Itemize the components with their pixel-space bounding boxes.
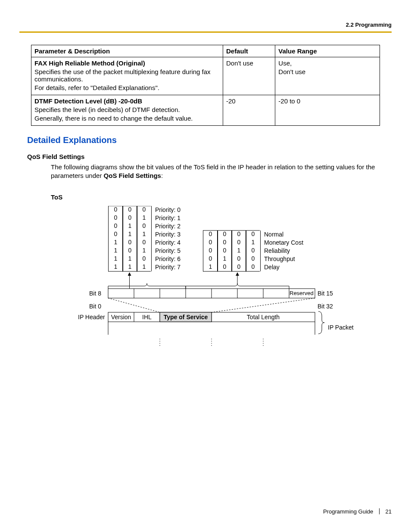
- ip-header-label: IP Header: [78, 314, 105, 320]
- bit-cell: 1: [137, 214, 152, 222]
- cell-range: -20 to 0: [275, 95, 380, 126]
- bit-cell: 0: [246, 230, 261, 239]
- cell-default: -20: [223, 95, 275, 126]
- bit-cell: 1: [122, 263, 137, 271]
- header-breadcrumb: 2.2 Programming: [19, 22, 392, 28]
- th-range: Value Range: [275, 45, 380, 57]
- priority-label: Priority: 5: [155, 247, 181, 254]
- bit-cell: 0: [203, 247, 218, 255]
- bit-cell: 0: [217, 239, 232, 247]
- bit-cell: 0: [203, 239, 218, 247]
- svg-point-25: [159, 343, 160, 344]
- svg-point-30: [211, 345, 212, 346]
- bit-cell: 1: [231, 247, 246, 255]
- range-line: -20 to 0: [278, 97, 377, 105]
- param-line: Specifies the use of the packet multiple…: [34, 68, 220, 83]
- priority-label: Priority: 3: [155, 231, 181, 238]
- bit-cell: 1: [137, 263, 152, 271]
- bit-cell: 0: [137, 206, 152, 214]
- range-line: Don't use: [278, 68, 377, 75]
- cell-default: Don't use: [223, 57, 275, 95]
- param-line: Generally, there is no need to change th…: [34, 115, 220, 122]
- bit-cell: 1: [203, 263, 218, 271]
- svg-point-26: [159, 345, 160, 346]
- service-label: Monetary Cost: [264, 239, 303, 246]
- service-label: Reliability: [264, 247, 290, 254]
- tos-label: ToS: [51, 193, 392, 201]
- bit-cell: 0: [122, 206, 137, 214]
- qos-heading: QoS Field Settings: [27, 153, 392, 160]
- th-default: Default: [223, 45, 275, 57]
- svg-point-24: [159, 341, 160, 342]
- bit-cell: 1: [137, 230, 152, 239]
- qos-intro-a: The following diagrams show the bit valu…: [51, 163, 375, 179]
- bit-cell: 0: [137, 239, 152, 247]
- accent-rule: [19, 31, 392, 33]
- svg-line-15: [212, 298, 315, 312]
- svg-line-14: [108, 298, 160, 312]
- bit-cell: 0: [122, 214, 137, 222]
- bit-cell: 1: [246, 239, 261, 247]
- priority-label: Priority: 1: [155, 215, 181, 221]
- priority-label: Priority: 6: [155, 255, 181, 262]
- cell-param: DTMF Detection Level (dB) -20-0dB Specif…: [31, 95, 223, 126]
- footer-page-number: 21: [386, 508, 392, 515]
- bit-cell: 0: [217, 230, 232, 239]
- th-parameter: Parameter & Description: [31, 45, 223, 57]
- priority-label: Priority: 2: [155, 223, 181, 230]
- qos-intro-b: QoS Field Settings: [104, 172, 161, 179]
- bit-cell: 1: [122, 255, 137, 263]
- service-label: Normal: [264, 231, 283, 238]
- table-row: FAX High Reliable Method (Original) Spec…: [31, 57, 380, 95]
- bit-cell: 1: [108, 247, 123, 255]
- svg-point-34: [263, 345, 264, 346]
- bit-cell: 0: [217, 247, 232, 255]
- bit-cell: 1: [108, 255, 123, 263]
- bit15-label: Bit 15: [318, 290, 333, 297]
- footer-separator: [379, 508, 380, 514]
- param-title: DTMF Detection Level (dB) -20-0dB: [34, 97, 220, 105]
- param-title: FAX High Reliable Method (Original): [34, 59, 220, 67]
- bit-cell: 0: [203, 230, 218, 239]
- bit-cell: 1: [122, 222, 137, 230]
- bit8-label: Bit 8: [89, 290, 101, 297]
- svg-point-29: [211, 343, 212, 344]
- svg-point-23: [159, 339, 160, 339]
- tos-cell-label: Type of Service: [164, 314, 208, 320]
- bit0-label: Bit 0: [89, 303, 101, 310]
- bit32-label: Bit 32: [318, 303, 333, 310]
- bit-cell: 0: [246, 263, 261, 271]
- bit-cell: 1: [137, 247, 152, 255]
- bit-cell: 1: [217, 255, 232, 263]
- bit-cell: 0: [137, 222, 152, 230]
- bit-cell: 0: [203, 255, 218, 263]
- bit-cell: 0: [122, 239, 137, 247]
- bit-cell: 0: [122, 247, 137, 255]
- bit-cell: 0: [231, 230, 246, 239]
- bit-cell: 1: [108, 239, 123, 247]
- priority-label: Priority: 0: [155, 206, 181, 213]
- bit-cell: 0: [231, 255, 246, 263]
- range-line: Use,: [278, 59, 377, 67]
- bit-cell: 1: [122, 230, 137, 239]
- bit-cell: 0: [231, 263, 246, 271]
- ip-packet-label: IP Packet: [328, 324, 354, 331]
- footer: Programming Guide 21: [323, 508, 392, 515]
- tos-diagram: 000Priority: 0001Priority: 1010Priority:…: [35, 206, 401, 361]
- param-line: For details, refer to "Detailed Explanat…: [34, 84, 220, 91]
- bit-cell: 0: [108, 230, 123, 239]
- table-header-row: Parameter & Description Default Value Ra…: [31, 45, 380, 57]
- ihl-label: IHL: [142, 314, 152, 320]
- bit-cell: 0: [108, 222, 123, 230]
- reserved-label: Reserved: [290, 290, 314, 296]
- svg-point-28: [211, 341, 212, 342]
- priority-label: Priority: 4: [155, 239, 181, 246]
- qos-intro: The following diagrams show the bit valu…: [51, 163, 392, 180]
- bit-cell: 0: [137, 255, 152, 263]
- service-label: Throughput: [264, 255, 295, 262]
- qos-intro-c: :: [161, 172, 163, 179]
- bit-cell: 1: [108, 263, 123, 271]
- bit-cell: 0: [108, 206, 123, 214]
- bit-cell: 0: [108, 214, 123, 222]
- table-row: DTMF Detection Level (dB) -20-0dB Specif…: [31, 95, 380, 126]
